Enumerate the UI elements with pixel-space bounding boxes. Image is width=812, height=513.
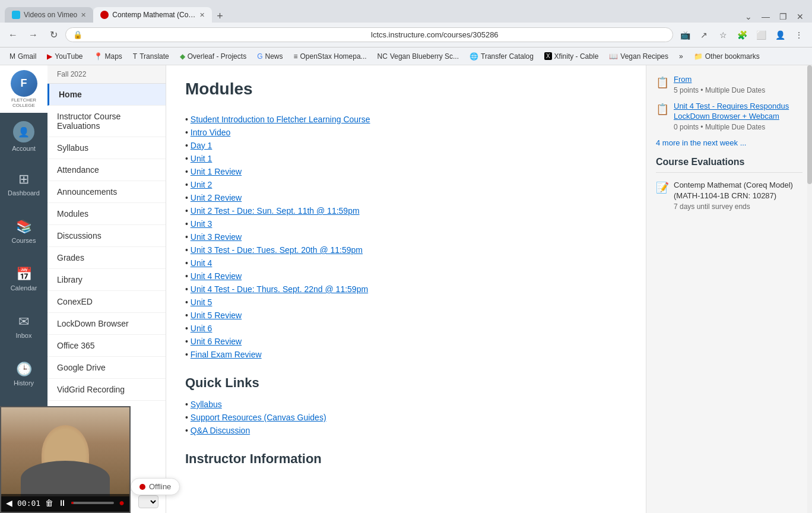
sidebar-item-google-drive[interactable]: Google Drive	[47, 357, 166, 379]
list-item: Unit 3 Review	[185, 230, 627, 243]
module-link-intro-video[interactable]: Intro Video	[191, 128, 230, 137]
share-icon[interactable]: ↗	[696, 27, 712, 43]
video-delete-button[interactable]: 🗑	[45, 498, 53, 508]
main-content-area: Modules Student Introduction to Fletcher…	[166, 65, 646, 513]
module-link-unit3[interactable]: Unit 3	[191, 219, 212, 229]
video-progress-bar[interactable]	[71, 502, 114, 504]
nav-item-courses[interactable]: 📚 Courses	[0, 208, 47, 255]
bookmark-vegan-blueberry[interactable]: NC Vegan Blueberry Sc...	[373, 51, 464, 62]
module-link-unit2-review[interactable]: Unit 2 Review	[191, 193, 242, 202]
eval-title[interactable]: Contemp Mathemat (Coreq Model) (MATH-110…	[674, 180, 803, 201]
module-link-unit3-review[interactable]: Unit 3 Review	[191, 232, 242, 242]
module-link-day1[interactable]: Day 1	[191, 141, 212, 150]
quick-links-title: Quick Links	[185, 375, 627, 391]
sidebar-item-library[interactable]: Library	[47, 269, 166, 291]
tab-close-canvas[interactable]: ✕	[199, 11, 205, 19]
bookmark-xfinity[interactable]: X Xfinity - Cable	[540, 51, 603, 62]
module-link-unit3-test[interactable]: Unit 3 Test - Due: Tues. Sept. 20th @ 11…	[191, 245, 363, 255]
udoit-select[interactable]	[138, 495, 158, 508]
sidebar-item-office-365[interactable]: Office 365	[47, 335, 166, 357]
tab-close-vimeo[interactable]: ✕	[81, 11, 86, 19]
tab-bar: Videos on Vimeo ✕ Contemp Mathemat (Core…	[0, 0, 812, 23]
nav-item-account[interactable]: 👤 Account	[0, 113, 47, 160]
sidebar-icon[interactable]: ⬜	[753, 27, 769, 43]
bookmark-star-icon[interactable]: ☆	[715, 27, 731, 43]
bookmark-vegan-recipes[interactable]: 📖 Vegan Recipes	[604, 51, 673, 62]
profile-icon[interactable]: 👤	[772, 27, 788, 43]
module-link-unit5[interactable]: Unit 5	[191, 297, 212, 307]
bookmark-youtube[interactable]: ▶ YouTube	[42, 51, 87, 62]
module-link-final-exam[interactable]: Final Exam Review	[191, 350, 262, 359]
sidebar-item-modules[interactable]: Modules	[47, 203, 166, 225]
extension-icon[interactable]: 🧩	[734, 27, 750, 43]
bookmark-overleaf[interactable]: ◆ Overleaf - Projects	[175, 51, 251, 62]
sidebar-item-announcements[interactable]: Announcements	[47, 181, 166, 203]
sidebar-item-conexed[interactable]: ConexED	[47, 291, 166, 313]
module-link-unit4[interactable]: Unit 4	[191, 258, 212, 268]
menu-icon[interactable]: ⋮	[791, 27, 807, 43]
tab-title-vimeo: Videos on Vimeo	[24, 11, 77, 19]
module-link-unit1-review[interactable]: Unit 1 Review	[191, 167, 242, 176]
module-link-unit4-test[interactable]: Unit 4 Test - Due: Thurs. Sept. 22nd @ 1…	[191, 284, 368, 294]
sidebar-item-discussions[interactable]: Discussions	[47, 225, 166, 247]
dashboard-icon: ⊞	[18, 172, 29, 187]
bookmark-other[interactable]: 📁 Other bookmarks	[689, 51, 765, 62]
video-prev-button[interactable]: ◀	[6, 498, 12, 508]
eval-icon: 📝	[656, 181, 669, 194]
nav-item-dashboard-label: Dashboard	[8, 189, 40, 197]
video-pause-button[interactable]: ⏸	[58, 498, 66, 508]
scrollbar-thumb[interactable]	[807, 65, 812, 184]
video-record-button[interactable]: ●	[119, 498, 125, 508]
module-link-student-intro[interactable]: Student Introduction to Fletcher Learnin…	[191, 115, 370, 124]
module-link-unit6-review[interactable]: Unit 6 Review	[191, 337, 242, 346]
sidebar-item-syllabus[interactable]: Syllabus	[47, 137, 166, 159]
module-link-unit1[interactable]: Unit 1	[191, 154, 212, 163]
assignment-title-unit4-test[interactable]: Unit 4 Test - Requires Respondus LockDow…	[674, 102, 803, 122]
new-tab-button[interactable]: +	[212, 10, 228, 23]
quick-link-support[interactable]: Support Resources (Canvas Guides)	[191, 413, 326, 422]
sidebar-item-instructor-course-evaluations[interactable]: Instructor Course Evaluations	[47, 106, 166, 137]
bookmark-gmail[interactable]: M Gmail	[5, 51, 41, 62]
minimize-button[interactable]: —	[758, 11, 773, 23]
sidebar-item-attendance[interactable]: Attendance	[47, 159, 166, 181]
module-link-unit2[interactable]: Unit 2	[191, 180, 212, 189]
close-window-button[interactable]: ✕	[793, 11, 807, 23]
assignment-title-from[interactable]: From	[674, 75, 803, 85]
tab-vimeo[interactable]: Videos on Vimeo ✕	[5, 7, 93, 23]
nav-item-inbox[interactable]: ✉ Inbox	[0, 303, 47, 350]
refresh-button[interactable]: ↻	[45, 27, 62, 43]
cast-icon[interactable]: 📺	[677, 27, 693, 43]
tab-list-button[interactable]: ⌄	[741, 11, 756, 23]
module-link-unit6[interactable]: Unit 6	[191, 324, 212, 333]
bookmark-news[interactable]: G News	[252, 51, 287, 62]
module-link-unit4-review[interactable]: Unit 4 Review	[191, 271, 242, 281]
tab-canvas[interactable]: Contemp Mathemat (Coreq ✕	[93, 7, 212, 23]
sidebar-item-lockdown-browser[interactable]: LockDown Browser	[47, 313, 166, 335]
bookmarks-bar: M Gmail ▶ YouTube 📍 Maps T Translate ◆ O…	[0, 48, 812, 65]
page-title: Modules	[185, 80, 627, 99]
back-button[interactable]: ←	[5, 27, 21, 43]
bookmark-transfer[interactable]: 🌐 Transfer Catalog	[465, 51, 538, 62]
module-link-unit2-test[interactable]: Unit 2 Test - Due: Sun. Sept. 11th @ 11:…	[191, 206, 360, 216]
more-link[interactable]: 4 more in the next week ...	[656, 138, 803, 147]
bookmark-more[interactable]: »	[674, 51, 688, 62]
bookmark-maps[interactable]: 📍 Maps	[89, 51, 127, 62]
sidebar-item-home[interactable]: Home	[47, 84, 166, 106]
logo[interactable]: F FLETCHERCOLLEGE	[0, 65, 47, 113]
nav-item-calendar[interactable]: 📅 Calendar	[0, 255, 47, 303]
quick-link-syllabus[interactable]: Syllabus	[191, 400, 222, 409]
quick-link-qa[interactable]: Q&A Discussion	[191, 426, 250, 435]
sidebar-item-grades[interactable]: Grades	[47, 247, 166, 269]
module-link-unit5-review[interactable]: Unit 5 Review	[191, 311, 242, 320]
sidebar-item-vidgrid-recording[interactable]: VidGrid Recording	[47, 379, 166, 401]
bookmark-openstax[interactable]: ≡ OpenStax Homepa...	[289, 51, 372, 62]
video-overlay: ◀ 00:01 🗑 ⏸ ●	[0, 406, 131, 513]
offline-label: Offline	[149, 482, 171, 491]
bookmark-translate[interactable]: T Translate	[128, 51, 174, 62]
nav-item-dashboard[interactable]: ⊞ Dashboard	[0, 160, 47, 208]
vegan-blueberry-icon: NC	[378, 52, 388, 61]
forward-button[interactable]: →	[25, 27, 42, 43]
nav-item-history[interactable]: 🕒 History	[0, 350, 47, 398]
maximize-button[interactable]: ❐	[776, 11, 791, 23]
address-bar[interactable]: 🔒 lctcs.instructure.com/courses/305286	[65, 27, 673, 42]
